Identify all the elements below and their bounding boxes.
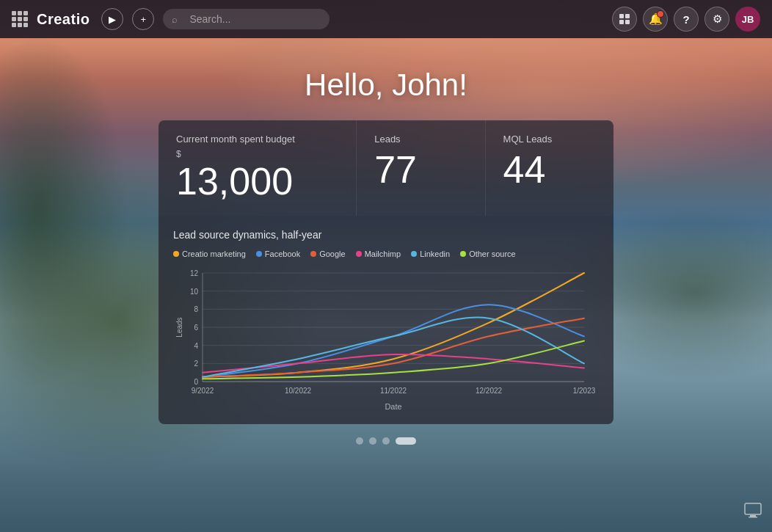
bell-icon: 🔔 [649,12,663,26]
legend-label: Google [319,249,345,258]
svg-text:4: 4 [194,342,198,350]
budget-card: Current month spent budget $ 13,000 [159,120,356,216]
pagination-dot[interactable] [396,437,416,445]
svg-text:1/2023: 1/2023 [573,387,596,395]
legend-label: Mailchimp [365,249,401,258]
leads-card: Leads 77 [356,120,484,216]
play-icon: ▶ [109,14,116,25]
chart-legend: Creatio marketing Facebook Google Mailch… [173,249,599,258]
svg-rect-27 [745,503,761,514]
legend-color-dot [411,251,417,257]
legend-label: Creatio marketing [182,249,246,258]
budget-currency-symbol: $ [176,149,338,159]
svg-text:Leads: Leads [175,318,183,338]
main-content: Hello, John! Current month spent budget … [0,38,772,445]
play-button[interactable]: ▶ [101,8,123,30]
leads-card-title: Leads [374,134,467,145]
pagination-dot[interactable] [369,437,376,445]
svg-text:8: 8 [194,306,198,314]
legend-item: Linkedin [411,249,450,258]
chart-title: Lead source dynamics, half-year [173,229,599,241]
legend-color-dot [256,251,262,257]
svg-text:2: 2 [194,360,198,368]
grid-menu-icon[interactable] [12,11,28,27]
svg-rect-28 [750,515,756,517]
svg-text:12/2022: 12/2022 [476,387,503,395]
pagination-dots [356,437,416,445]
dashboard-button[interactable] [612,7,637,32]
chart-card: Lead source dynamics, half-year Creatio … [159,216,613,424]
legend-item: Mailchimp [356,249,401,258]
mql-leads-card: MQL Leads 44 [485,120,613,216]
svg-rect-0 [619,14,624,18]
legend-item: Other source [460,249,516,258]
pagination-dot[interactable] [356,437,363,445]
svg-text:0: 0 [194,378,198,386]
help-icon: ? [682,13,689,26]
svg-rect-29 [749,517,757,518]
budget-value: 13,000 [176,161,338,203]
svg-text:11/2022: 11/2022 [380,387,407,395]
svg-text:12: 12 [190,269,199,277]
budget-card-title: Current month spent budget [176,134,338,145]
svg-rect-3 [625,20,630,24]
svg-rect-2 [619,20,624,24]
dashboard-icon [619,13,630,25]
svg-rect-1 [625,14,630,18]
logo: Creatio [37,11,90,28]
svg-text:Date: Date [385,402,401,411]
stats-cards-row: Current month spent budget $ 13,000 Lead… [159,120,613,216]
settings-button[interactable]: ⚙ [704,7,729,32]
user-avatar[interactable]: JB [735,7,760,32]
svg-text:10: 10 [190,288,199,296]
mql-value: 44 [503,149,596,191]
nav-right-icons: 🔔 ? ⚙ JB [612,7,760,32]
monitor-icon[interactable] [744,503,762,523]
legend-label: Facebook [265,249,300,258]
legend-label: Linkedin [420,249,450,258]
plus-icon: + [141,14,147,25]
legend-color-dot [356,251,362,257]
svg-text:6: 6 [194,324,198,332]
search-wrapper: ⌕ [163,9,398,29]
legend-item: Google [310,249,345,258]
search-input[interactable] [163,9,329,29]
chart-area: 0246810129/202210/202211/202212/20221/20… [173,266,599,412]
svg-text:10/2022: 10/2022 [285,387,312,395]
settings-icon: ⚙ [713,12,722,26]
mql-card-title: MQL Leads [503,134,596,145]
notifications-button[interactable]: 🔔 [643,7,668,32]
navbar: Creatio ▶ + ⌕ 🔔 ? ⚙ JB [0,0,772,38]
legend-color-dot [460,251,466,257]
legend-label: Other source [469,249,516,258]
legend-color-dot [173,251,179,257]
help-button[interactable]: ? [674,7,699,32]
pagination-dot[interactable] [382,437,390,445]
legend-color-dot [310,251,316,257]
legend-item: Creatio marketing [173,249,246,258]
leads-value: 77 [374,149,467,191]
legend-item: Facebook [256,249,300,258]
greeting-title: Hello, John! [305,68,467,103]
add-button[interactable]: + [132,8,154,30]
svg-text:9/2022: 9/2022 [192,387,214,395]
